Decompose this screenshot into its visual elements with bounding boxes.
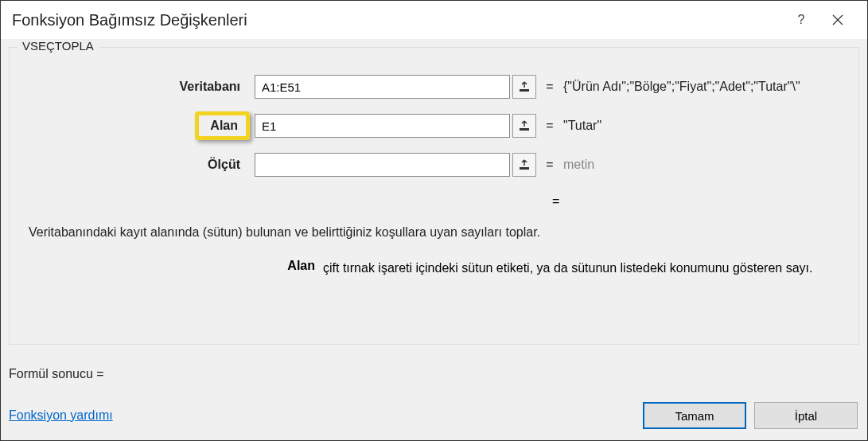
range-selector-icon[interactable] — [512, 75, 536, 99]
param-desc-label: Alan — [29, 259, 323, 277]
result-row: = — [27, 194, 841, 209]
equals-sign: = — [536, 158, 563, 172]
ok-button[interactable]: Tamam — [643, 402, 746, 429]
equals-sign: = — [536, 119, 563, 133]
field-label-database: Veritabanı — [173, 76, 247, 97]
bottom-area: Formül sonucu = Fonksiyon yardımı Tamam … — [9, 367, 858, 429]
result-equals: = — [552, 194, 559, 209]
range-selector-icon[interactable] — [512, 153, 536, 177]
param-description: Alan çift tırnak işareti içindeki sütun … — [27, 259, 841, 277]
criteria-input[interactable] — [255, 153, 510, 177]
field-row-criteria: Ölçüt = metin — [27, 153, 841, 177]
svg-rect-3 — [520, 128, 529, 131]
equals-sign: = — [536, 80, 563, 94]
field-label-field: Alan — [195, 111, 250, 140]
svg-rect-2 — [520, 89, 529, 92]
cancel-button[interactable]: İptal — [754, 402, 858, 429]
formula-result: Formül sonucu = — [9, 367, 858, 381]
param-desc-text: çift tırnak işareti içindeki sütun etike… — [323, 259, 839, 277]
field-input[interactable] — [255, 114, 510, 138]
function-name: VSEÇTOPLA — [18, 39, 99, 53]
close-icon[interactable] — [819, 1, 856, 39]
content-area: VSEÇTOPLA Veritabanı = {"Ürün Adı";"Bölg… — [1, 39, 867, 440]
range-selector-icon[interactable] — [512, 114, 536, 138]
window-title: Fonksiyon Bağımsız Değişkenleri — [12, 11, 783, 29]
field-label-criteria: Ölçüt — [201, 154, 247, 175]
help-icon[interactable]: ? — [783, 1, 819, 39]
field-row-field: Alan = "Tutar" — [27, 111, 841, 140]
field-row-database: Veritabanı = {"Ürün Adı";"Bölge";"Fiyat"… — [27, 75, 841, 99]
criteria-result: metin — [563, 158, 841, 172]
function-group: VSEÇTOPLA Veritabanı = {"Ürün Adı";"Bölg… — [9, 47, 859, 345]
function-help-link[interactable]: Fonksiyon yardımı — [9, 408, 113, 423]
svg-rect-4 — [520, 167, 529, 170]
database-result: {"Ürün Adı";"Bölge";"Fiyat";"Adet";"Tuta… — [563, 80, 841, 94]
function-description: Veritabanındaki kayıt alanında (sütun) b… — [27, 223, 841, 241]
field-result: "Tutar" — [563, 119, 841, 133]
database-input[interactable] — [255, 75, 510, 99]
titlebar: Fonksiyon Bağımsız Değişkenleri ? — [1, 1, 867, 39]
